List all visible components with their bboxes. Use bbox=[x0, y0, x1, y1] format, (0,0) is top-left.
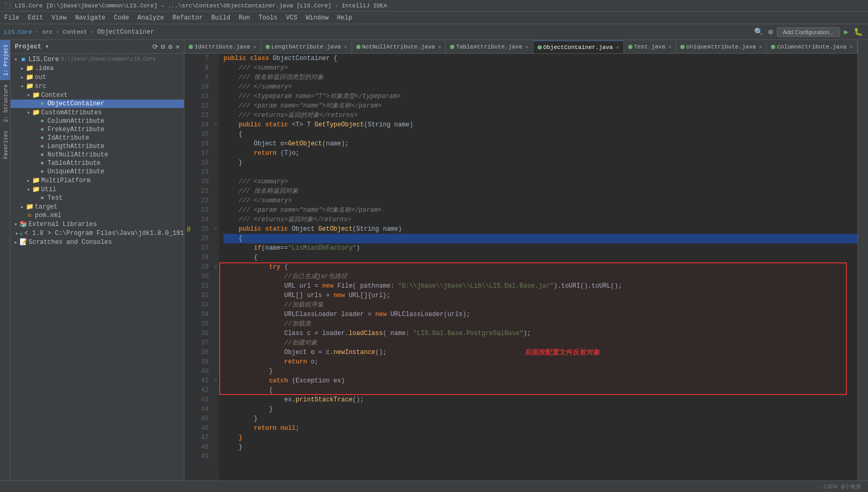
vtab-favorites[interactable]: Favorites bbox=[0, 126, 10, 163]
breadcrumb-src[interactable]: src bbox=[42, 29, 53, 35]
menu-item-refactor[interactable]: Refactor bbox=[168, 12, 207, 24]
editor-area: IdAttribute.java ✕ LengthAttribute.java … bbox=[184, 40, 857, 480]
code-line-30: //自己生成jar包路径 bbox=[223, 272, 857, 281]
gutter-43 bbox=[184, 395, 193, 405]
gutter-31 bbox=[184, 281, 193, 291]
gutter-7 bbox=[184, 54, 193, 63]
tree-lengthattribute[interactable]: ● LengthAttribute bbox=[11, 142, 184, 151]
tab-test[interactable]: Test.java ✕ bbox=[624, 41, 676, 53]
gutter-37 bbox=[184, 338, 193, 348]
tree-target[interactable]: ▸ 📁 target bbox=[11, 202, 184, 211]
tree-scratches[interactable]: ▸ 📝 Scratches and Consoles bbox=[11, 238, 184, 247]
gutter-40 bbox=[184, 367, 193, 376]
code-line-18: } bbox=[223, 158, 857, 168]
tree-lis-core[interactable]: ▾ ◼ LIS.Core D:\jbase\jbase\Common\LIS.C… bbox=[11, 55, 184, 64]
code-line-12: /// <param name="name">对象名称</param> bbox=[223, 101, 857, 111]
vtab-structure[interactable]: 2: Structure bbox=[0, 80, 10, 126]
title-bar: ⬛ LIS.Core [D:\jbase\jbase\Common\LIS.Co… bbox=[0, 0, 868, 12]
tree-pom[interactable]: m pom.xml bbox=[11, 211, 184, 220]
editor-wrapper: @ bbox=[184, 54, 857, 480]
menu-item-navigate[interactable]: Navigate bbox=[71, 12, 110, 24]
code-line-35: //加载类 bbox=[223, 319, 857, 329]
toolbar-search-icon[interactable]: 🔍 bbox=[753, 26, 764, 37]
toolbar-debug-icon[interactable]: 🐛 bbox=[853, 26, 864, 37]
code-line-21: /// 按名称返回对象 bbox=[223, 186, 857, 196]
tree-extlibs[interactable]: ▾ 📚 External Libraries bbox=[11, 220, 184, 229]
tree-customattributes[interactable]: ▾ 📁 CustomAttributes bbox=[11, 108, 184, 117]
gutter-20 bbox=[184, 177, 193, 186]
tree-tableattribute[interactable]: ● TableAttribute bbox=[11, 159, 184, 168]
gutter-9 bbox=[184, 73, 193, 82]
code-content[interactable]: 后面按配置文件反射对象 public class ObjectContainer… bbox=[219, 54, 857, 480]
tab-columnattribute[interactable]: ColumnAttribute.java ✕ bbox=[767, 41, 857, 53]
sidebar-collapse-icon[interactable]: ⊟ bbox=[161, 43, 165, 51]
sidebar: Project ▾ ⟳ ⊟ ⚙ ✕ ▾ ◼ LIS.Core D:\jbase\… bbox=[11, 40, 184, 480]
tab-objectcontainer[interactable]: ObjectContainer.java ✕ bbox=[533, 41, 624, 53]
code-line-15: { bbox=[223, 130, 857, 139]
tree-idattribute[interactable]: ● IdAttribute bbox=[11, 134, 184, 142]
code-line-49 bbox=[223, 452, 857, 461]
code-line-48: } bbox=[223, 442, 857, 452]
gutter-46 bbox=[184, 424, 193, 433]
tree-notnullattribute[interactable]: ● NotNullAttribute bbox=[11, 151, 184, 159]
tree-frekeyattribute[interactable]: ● FrekeyAttribute bbox=[11, 125, 184, 134]
tab-notnullattribute[interactable]: NotNullAttribute.java ✕ bbox=[352, 41, 446, 53]
tab-uniqueattribute[interactable]: UniqueAttribute.java ✕ bbox=[676, 41, 767, 53]
menu-item-analyze[interactable]: Analyze bbox=[133, 12, 168, 24]
gutter-17 bbox=[184, 149, 193, 158]
code-line-8: /// <summary> bbox=[223, 63, 857, 73]
menu-item-help[interactable]: Help bbox=[333, 12, 356, 24]
menu-item-tools[interactable]: Tools bbox=[255, 12, 282, 24]
code-line-24: /// <returns>返回对象</returns> bbox=[223, 215, 857, 224]
tree-context[interactable]: ▾ 📁 Context bbox=[11, 91, 184, 100]
menu-item-vcs[interactable]: VCS bbox=[282, 12, 302, 24]
tab-idattribute[interactable]: IdAttribute.java ✕ bbox=[184, 41, 261, 53]
add-configuration-button[interactable]: Add Configuration... bbox=[777, 27, 840, 37]
tree-test[interactable]: ● Test bbox=[11, 194, 184, 202]
toolbar-settings-icon[interactable]: ⚙ bbox=[767, 26, 774, 37]
gutter-34 bbox=[184, 310, 193, 319]
tree-jdk[interactable]: ▸ ☕ < 1.8 > C:\Program Files\Java\jdk1.8… bbox=[11, 229, 184, 238]
tree-objectcontainer[interactable]: ● ObjectContainer bbox=[11, 100, 184, 108]
menu-item-view[interactable]: View bbox=[47, 12, 71, 24]
gutter-47 bbox=[184, 433, 193, 442]
menu-item-build[interactable]: Build bbox=[207, 12, 235, 24]
menu-item-edit[interactable]: Edit bbox=[24, 12, 47, 24]
tree-columnattribute[interactable]: ● ColumnAttribute bbox=[11, 117, 184, 125]
tree-uniqueattribute[interactable]: ● UniqueAttribute bbox=[11, 168, 184, 176]
tree-out[interactable]: ▸ 📁 out bbox=[11, 73, 184, 82]
sidebar-sync-icon[interactable]: ⟳ bbox=[152, 43, 158, 51]
line-numbers: 7 8 9 10 11 12 13 14 15 16 17 18 19 20 2… bbox=[193, 54, 212, 480]
toolbar-run-icon[interactable]: ▶ bbox=[843, 26, 850, 37]
status-right-text: CSDN @小鱼鱼 bbox=[823, 483, 862, 490]
code-line-41: catch (Exception ex) bbox=[223, 376, 857, 386]
vtab-project[interactable]: 1: Project bbox=[0, 40, 10, 80]
menu-item-file[interactable]: File bbox=[0, 12, 24, 24]
code-line-27: if(name=="LisMianDbFactory") bbox=[223, 243, 857, 253]
code-line-26: { bbox=[223, 234, 857, 243]
code-line-34: URLClassLoader loader = new URLClassLoad… bbox=[223, 310, 857, 319]
code-line-7: public class ObjectContainer { bbox=[223, 54, 857, 63]
main-area: 1: Project 2: Structure Favorites Projec… bbox=[0, 40, 868, 480]
right-panel-tabs bbox=[857, 40, 868, 480]
tree-src[interactable]: ▾ 📁 src bbox=[11, 82, 184, 91]
menu-item-run[interactable]: Run bbox=[235, 12, 255, 24]
breadcrumb-context[interactable]: Context bbox=[63, 29, 87, 35]
gutter-49 bbox=[184, 452, 193, 461]
tab-tableattribute[interactable]: TableAttribute.java ✕ bbox=[446, 41, 533, 53]
tab-lengthattribute[interactable]: LengthAttribute.java ✕ bbox=[261, 41, 352, 53]
menu-item-code[interactable]: Code bbox=[110, 12, 133, 24]
tree-idea[interactable]: ▸ 📁 .idea bbox=[11, 64, 184, 73]
code-line-9: /// 按名称返回强类型的对象 bbox=[223, 73, 857, 82]
code-editor[interactable]: @ bbox=[184, 54, 857, 480]
sidebar-close-icon[interactable]: ✕ bbox=[175, 43, 180, 51]
gutter-19 bbox=[184, 168, 193, 177]
code-line-25: public static Object GetObject(String na… bbox=[223, 224, 857, 234]
breadcrumb-lis[interactable]: LIS.Core bbox=[4, 29, 32, 35]
menu-item-window[interactable]: Window bbox=[301, 12, 333, 24]
tree-multiplatform[interactable]: ▸ 📁 MultiPlatform bbox=[11, 176, 184, 185]
sidebar-gear-icon[interactable]: ⚙ bbox=[168, 43, 172, 51]
breadcrumb-objectcontainer[interactable]: ObjectContainer bbox=[97, 28, 154, 36]
gutter-26 bbox=[184, 234, 193, 243]
tree-util[interactable]: ▾ 📁 Util bbox=[11, 185, 184, 194]
